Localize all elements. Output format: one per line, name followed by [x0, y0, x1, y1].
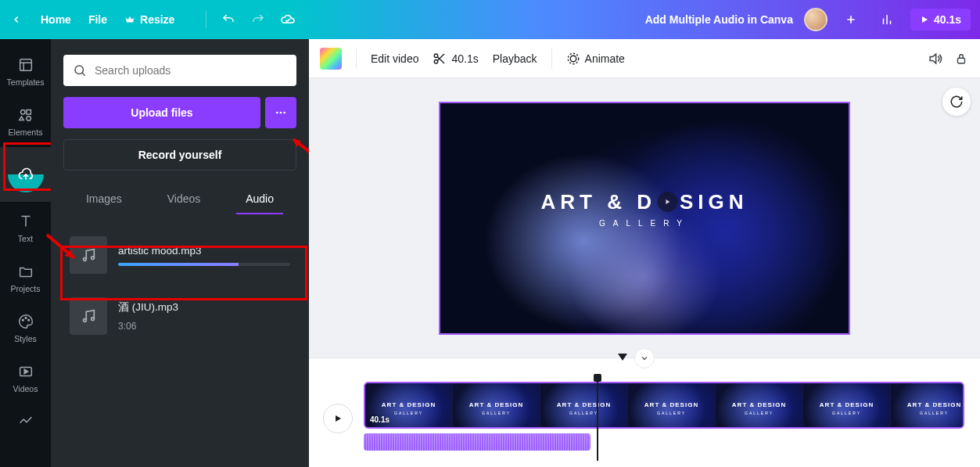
tab-videos[interactable]: Videos [164, 186, 204, 211]
volume-icon [927, 51, 942, 66]
upload-more-button[interactable] [265, 97, 296, 128]
audio-item[interactable]: 酒 (JIU).mp3 3:06 [63, 291, 296, 341]
lock-button[interactable] [953, 51, 969, 66]
elements-icon [17, 106, 34, 124]
cloud-check-icon [280, 12, 296, 27]
top-bar: Home File Resize Add Multiple Audio in C… [0, 0, 980, 39]
folder-icon [17, 263, 34, 280]
timeline-play-button[interactable] [323, 404, 353, 433]
audio-list: artistic mood.mp3 酒 (JIU).mp3 3:06 [63, 230, 296, 341]
audio-duration: 3:06 [118, 321, 290, 332]
record-yourself-button[interactable]: Record yourself [63, 139, 296, 171]
search-uploads[interactable] [63, 55, 296, 86]
canvas-toolbar: Edit video 40.1s Playback Animate [309, 39, 980, 78]
templates-icon [17, 56, 34, 74]
search-icon [73, 63, 87, 77]
back-button[interactable] [9, 13, 23, 27]
timeline-expand-button[interactable] [634, 348, 655, 368]
timeline: 40.1s ART & DESIGNGALLERY ART & DESIGNGA… [309, 357, 980, 467]
sidebar-item-text[interactable]: Text [0, 203, 51, 252]
audio-item-uploading[interactable]: artistic mood.mp3 [63, 230, 296, 280]
title-part-left: ART & D [540, 190, 655, 214]
upload-progress [118, 263, 290, 266]
search-input[interactable] [95, 64, 287, 77]
redo-icon [251, 13, 265, 27]
timeline-thumb: ART & DESIGNGALLERY [891, 383, 964, 427]
sidebar-item-projects[interactable]: Projects [0, 253, 51, 302]
refresh-icon [949, 95, 964, 109]
design-frame[interactable]: ART & D SIGN GALLERY [439, 102, 850, 335]
svg-point-6 [75, 66, 84, 74]
svg-point-9 [283, 112, 285, 114]
document-title[interactable]: Add Multiple Audio in Canva [645, 13, 793, 26]
uploads-panel: Upload files Record yourself Images Vide… [51, 39, 309, 467]
svg-point-10 [84, 258, 87, 261]
audio-name: artistic mood.mp3 [118, 245, 290, 257]
volume-button[interactable] [927, 51, 942, 66]
trim-duration-button[interactable]: 40.1s [433, 52, 478, 66]
sidebar-item-more[interactable] [0, 404, 51, 435]
playhead-marker-icon [616, 352, 629, 361]
playhead[interactable] [597, 379, 598, 461]
timeline-thumb: ART & DESIGNGALLERY [628, 383, 716, 427]
regenerate-button[interactable] [942, 88, 971, 116]
svg-point-1 [20, 110, 24, 115]
crown-icon [124, 14, 135, 25]
upload-files-button[interactable]: Upload files [63, 97, 260, 128]
sidebar-item-styles[interactable]: Styles [0, 304, 51, 352]
design-text-group[interactable]: ART & D SIGN GALLERY [540, 190, 748, 228]
chevron-down-icon [640, 354, 649, 363]
background-color-swatch[interactable] [320, 48, 342, 70]
topbar-left: Home File Resize [9, 11, 296, 28]
text-icon [17, 213, 34, 230]
edit-video-label: Edit video [371, 52, 418, 65]
sidebar-item-label: Videos [13, 384, 38, 393]
audio-thumb [70, 236, 107, 274]
file-menu[interactable]: File [88, 13, 107, 26]
redo-button[interactable] [250, 12, 266, 27]
animate-label: Animate [585, 52, 625, 65]
canvas-stage[interactable]: ART & D SIGN GALLERY [309, 78, 980, 357]
canvas-area: Edit video 40.1s Playback Animate [309, 39, 980, 467]
design-subtitle: GALLERY [540, 219, 748, 228]
more-icon [275, 106, 287, 119]
avatar[interactable] [804, 8, 827, 31]
chart-icon [880, 13, 894, 27]
svg-point-2 [22, 319, 23, 321]
cloud-sync-button[interactable] [280, 12, 296, 27]
audio-name: 酒 (JIU).mp3 [118, 300, 290, 314]
sidebar-item-videos[interactable]: Videos [0, 354, 51, 402]
sidebar-item-elements[interactable]: Elements [0, 97, 51, 145]
audio-track[interactable] [364, 433, 591, 451]
add-member-button[interactable] [838, 7, 863, 32]
tab-images[interactable]: Images [83, 186, 125, 211]
playback-button[interactable]: Playback [493, 52, 537, 65]
svg-point-7 [276, 112, 278, 114]
trend-icon [17, 411, 34, 428]
home-menu[interactable]: Home [41, 13, 71, 26]
insights-button[interactable] [874, 7, 899, 32]
svg-point-3 [25, 318, 27, 319]
music-note-icon [80, 307, 97, 325]
present-button[interactable]: 40.1s [910, 9, 971, 31]
animate-icon [566, 52, 580, 66]
svg-point-13 [92, 318, 95, 321]
video-track[interactable]: 40.1s ART & DESIGNGALLERY ART & DESIGNGA… [364, 382, 964, 429]
music-note-icon [80, 246, 97, 264]
edit-video-button[interactable]: Edit video [371, 52, 418, 65]
animate-button[interactable]: Animate [566, 52, 625, 66]
svg-point-15 [435, 59, 439, 63]
sidebar-item-uploads[interactable] [0, 147, 51, 202]
trim-duration-label: 40.1s [451, 52, 478, 65]
upload-cloud-icon [17, 166, 34, 183]
undo-button[interactable] [221, 12, 236, 27]
svg-point-8 [280, 112, 282, 114]
divider [206, 11, 206, 28]
resize-menu[interactable]: Resize [124, 13, 174, 26]
title-part-right: SIGN [680, 190, 748, 214]
svg-point-12 [84, 319, 87, 322]
sidebar-item-label: Projects [11, 284, 41, 293]
sidebar-item-templates[interactable]: Templates [0, 47, 51, 95]
tab-audio[interactable]: Audio [242, 186, 277, 211]
undo-icon [221, 13, 235, 27]
